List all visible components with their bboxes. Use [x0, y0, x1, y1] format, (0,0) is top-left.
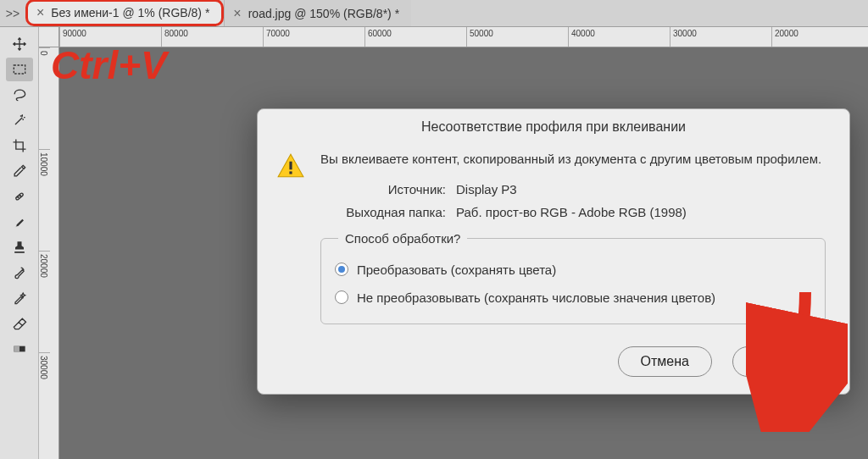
method-fieldset: Способ обработки? Преобразовать (сохраня… [320, 231, 826, 324]
eyedropper-tool[interactable] [6, 159, 33, 183]
tab-label: road.jpg @ 150% (RGB/8*) * [248, 7, 399, 20]
ruler-vertical: 0 10000 20000 30000 [39, 47, 59, 459]
radio-label: Преобразовать (сохранять цвета) [357, 263, 556, 277]
lasso-tool[interactable] [6, 83, 33, 107]
tab-road-jpg[interactable]: × road.jpg @ 150% (RGB/8*) * [224, 0, 411, 26]
svg-rect-1 [15, 193, 24, 201]
brush-tool[interactable] [6, 210, 33, 234]
shortcut-annotation: Ctrl+V [51, 42, 167, 88]
tab-overflow-chevrons[interactable]: >> [0, 7, 25, 20]
stamp-tool[interactable] [6, 235, 33, 259]
magic-wand-tool[interactable] [6, 108, 33, 132]
ok-button[interactable]: OK [732, 346, 826, 377]
svg-rect-7 [289, 171, 292, 174]
source-label: Источник: [320, 182, 456, 196]
svg-rect-0 [14, 65, 25, 74]
ruler-mark: 40000 [568, 27, 670, 47]
cancel-button[interactable]: Отмена [618, 346, 712, 377]
method-legend: Способ обработки? [338, 231, 467, 246]
dialog-title: Несоответствие профиля при вклеивании [258, 109, 849, 141]
svg-rect-6 [289, 162, 292, 170]
radio-label: Не преобразовывать (сохранять числовые з… [357, 290, 715, 305]
radio-no-convert[interactable]: Не преобразовывать (сохранять числовые з… [335, 284, 811, 312]
destination-value: Раб. прост-во RGB - Adobe RGB (1998) [456, 205, 826, 219]
radio-icon [335, 263, 348, 276]
marquee-tool[interactable] [6, 58, 33, 81]
ruler-mark: 60000 [364, 27, 466, 47]
svg-point-2 [17, 196, 18, 197]
ruler-mark: 20000 [39, 251, 50, 352]
ruler-mark: 0 [39, 47, 50, 149]
gradient-tool[interactable] [6, 337, 33, 361]
close-icon[interactable]: × [36, 5, 44, 20]
ruler-mark: 20000 [771, 27, 868, 47]
radio-convert[interactable]: Преобразовать (сохранять цвета) [335, 256, 811, 284]
tab-untitled-1[interactable]: × Без имени-1 @ 1% (RGB/8) * [25, 0, 224, 26]
eraser-tool[interactable] [6, 312, 33, 335]
radio-icon [335, 290, 348, 304]
document-tabs: >> × Без имени-1 @ 1% (RGB/8) * × road.j… [0, 0, 868, 27]
dialog-message: Вы вклеиваете контент, скопированный из … [320, 150, 826, 169]
close-icon[interactable]: × [233, 6, 241, 21]
ruler-mark: 80000 [161, 27, 263, 47]
ruler-horizontal: 90000 80000 70000 60000 50000 40000 3000… [59, 27, 868, 47]
ruler-mark: 10000 [39, 149, 50, 251]
tools-panel [0, 27, 39, 459]
ruler-mark: 50000 [466, 27, 568, 47]
source-value: Display P3 [456, 182, 826, 196]
warning-icon [276, 152, 305, 180]
profile-mismatch-dialog: Несоответствие профиля при вклеивании Вы… [257, 108, 850, 395]
ruler-mark: 30000 [39, 352, 50, 454]
destination-label: Выходная папка: [320, 205, 456, 219]
healing-tool[interactable] [6, 185, 33, 208]
move-tool[interactable] [6, 32, 33, 56]
effects-brush-tool[interactable] [6, 286, 33, 310]
ruler-mark: 70000 [263, 27, 364, 47]
crop-tool[interactable] [6, 134, 33, 158]
history-brush-tool[interactable] [6, 261, 33, 285]
svg-rect-5 [14, 346, 19, 352]
tab-label: Без имени-1 @ 1% (RGB/8) * [51, 6, 209, 19]
svg-point-3 [19, 196, 20, 196]
ruler-mark: 30000 [670, 27, 771, 47]
